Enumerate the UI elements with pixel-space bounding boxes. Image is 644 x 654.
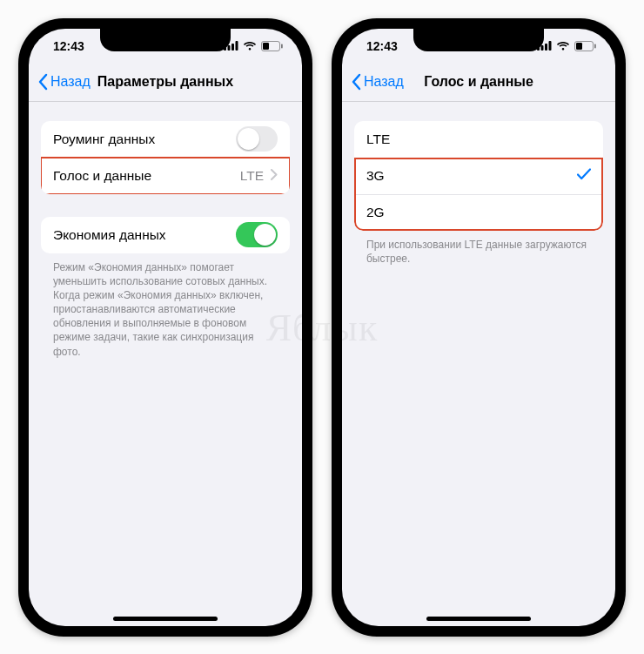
wifi-icon [243, 41, 257, 51]
wifi-icon [556, 41, 570, 51]
row-label: Экономия данных [53, 227, 166, 243]
row-value: LTE [240, 168, 264, 184]
nav-bar: Назад Параметры данных [29, 64, 302, 102]
svg-rect-13 [594, 44, 596, 48]
phone-frame-left: 12:43 Назад Параметры данных [18, 18, 312, 637]
option-3g[interactable]: 3G [354, 158, 603, 194]
screen: 12:43 Назад Параметры данных [29, 29, 302, 626]
svg-rect-6 [281, 44, 283, 48]
chevron-right-icon [271, 168, 278, 184]
row-voice-data[interactable]: Голос и данные LTE [41, 158, 290, 194]
svg-rect-8 [541, 45, 544, 51]
phone-frame-right: 12:43 Назад Голос и данные [332, 18, 626, 637]
svg-rect-9 [545, 44, 547, 51]
back-button[interactable]: Назад [37, 73, 91, 91]
row-data-roaming[interactable]: Роуминг данных [41, 121, 290, 158]
home-indicator[interactable] [113, 617, 218, 621]
option-2g[interactable]: 2G [354, 194, 603, 231]
svg-rect-12 [576, 43, 582, 50]
lte-note: При использовании LTE данные загружаются… [366, 238, 591, 266]
svg-rect-1 [228, 45, 231, 51]
low-data-note: Режим «Экономия данных» помогает уменьши… [53, 260, 278, 359]
svg-rect-10 [549, 41, 552, 51]
option-lte[interactable]: LTE [354, 121, 603, 158]
back-label: Назад [50, 74, 91, 90]
clock: 12:43 [366, 39, 398, 53]
home-indicator[interactable] [426, 617, 531, 621]
chevron-left-icon [37, 73, 48, 91]
back-button[interactable]: Назад [351, 73, 404, 91]
chevron-left-icon [351, 73, 361, 91]
clock: 12:43 [53, 39, 84, 53]
checkmark-icon [577, 168, 591, 184]
row-label: Роуминг данных [53, 131, 155, 147]
nav-bar: Назад Голос и данные [342, 64, 615, 102]
row-label: Голос и данные [53, 168, 151, 184]
option-label: 3G [366, 168, 385, 184]
row-low-data-mode[interactable]: Экономия данных [41, 217, 290, 253]
option-label: 2G [366, 205, 385, 220]
screen: 12:43 Назад Голос и данные [342, 29, 615, 626]
notch [100, 29, 231, 51]
low-data-toggle[interactable] [236, 222, 278, 247]
option-label: LTE [366, 131, 390, 147]
svg-rect-5 [263, 43, 269, 50]
notch [413, 29, 544, 51]
roaming-toggle[interactable] [236, 126, 278, 152]
svg-rect-3 [236, 41, 238, 51]
svg-rect-2 [231, 44, 234, 51]
battery-icon [574, 41, 596, 51]
back-label: Назад [364, 74, 404, 90]
battery-icon [261, 41, 283, 51]
